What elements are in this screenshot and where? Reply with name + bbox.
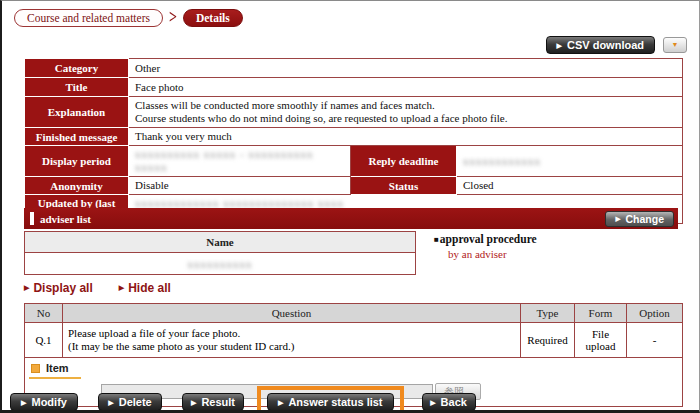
play-icon: ▶: [615, 215, 620, 223]
finished-message-label: Finished message: [25, 128, 129, 146]
explanation-line1: Classes will be conducted more smoothly …: [135, 99, 676, 112]
play-icon: ▶: [191, 399, 196, 406]
section-bar-icon: [30, 212, 34, 225]
adviser-zone: Name xxxxxxxxxx ■approval procedure by a…: [24, 231, 682, 275]
bullet-square-icon: ■: [434, 235, 439, 244]
play-icon: ▶: [430, 399, 435, 406]
csv-download-label: CSV download: [567, 39, 644, 51]
back-label: Back: [441, 396, 467, 408]
details-table: Category Other Title Face photo Explanat…: [24, 58, 683, 224]
play-icon: ▶: [557, 42, 562, 49]
table-row: Anonymity Disable Status Closed: [25, 177, 683, 195]
question-table-header-row: No Question Type Form Option: [25, 304, 683, 323]
adviser-list-header: adviser list ▶ Change: [24, 208, 678, 229]
col-header-type: Type: [521, 304, 575, 323]
result-label: Result: [201, 396, 235, 408]
hide-all-label: Hide all: [128, 281, 171, 295]
category-label: Category: [25, 59, 129, 78]
approval-by-adviser: by an adviser: [448, 248, 537, 260]
status-value: Closed: [457, 177, 683, 195]
display-all-link[interactable]: ▶ Display all: [24, 281, 93, 295]
reply-deadline-label: Reply deadline: [351, 146, 457, 177]
item-bullet-icon: [31, 364, 40, 373]
col-header-form: Form: [575, 304, 627, 323]
play-icon: ▶: [278, 399, 283, 406]
name-column-header: Name: [25, 232, 416, 253]
question-row: Q.1 Please upload a file of your face ph…: [25, 323, 683, 358]
display-period-value-redacted: xxxxxxxxxx xxxxx - xxxxxxxxxx xxxxx: [135, 148, 313, 173]
change-label: Change: [625, 213, 664, 225]
explanation-label: Explanation: [25, 97, 129, 128]
title-value: Face photo: [129, 78, 683, 97]
answer-status-list-label: Answer status list: [288, 396, 382, 408]
question-text: Please upload a file of your face photo.…: [63, 323, 521, 358]
question-option: -: [627, 323, 683, 358]
adviser-list-title: adviser list: [40, 213, 605, 225]
explanation-value: Classes will be conducted more smoothly …: [129, 97, 683, 128]
approval-procedure: ■approval procedure by an adviser: [434, 233, 537, 260]
question-no: Q.1: [25, 323, 63, 358]
delete-label: Delete: [119, 396, 152, 408]
collapse-button[interactable]: ▼: [663, 37, 687, 53]
question-form: File upload: [575, 323, 627, 358]
list-controls: ▶ Display all ▶ Hide all: [24, 281, 171, 295]
explanation-line2: Course students who do not mind doing so…: [135, 112, 676, 125]
status-label: Status: [351, 177, 457, 195]
change-button[interactable]: ▶ Change: [605, 211, 674, 227]
delete-button[interactable]: ▶ Delete: [98, 393, 162, 411]
play-icon: ▶: [119, 284, 124, 292]
footer-actions: ▶ Modify ▶ Delete ▶ Result ▶ Answer stat…: [10, 386, 476, 413]
anonymity-label: Anonymity: [25, 177, 129, 195]
table-row: Finished message Thank you very much: [25, 128, 683, 146]
play-icon: ▶: [108, 399, 113, 406]
answer-status-list-button[interactable]: ▶ Answer status list: [267, 393, 394, 411]
item-label: Item: [46, 362, 69, 374]
back-button[interactable]: ▶ Back: [422, 393, 476, 411]
anonymity-value: Disable: [129, 177, 351, 195]
table-row: Explanation Classes will be conducted mo…: [25, 97, 683, 128]
breadcrumb-separator-icon: >: [169, 8, 177, 29]
breadcrumb-item-course[interactable]: Course and related matters: [14, 9, 163, 27]
item-header: Item: [29, 361, 81, 379]
chevron-down-icon: ▼: [672, 41, 679, 49]
question-line2: (It may be the same photo as your studen…: [68, 340, 515, 353]
approval-procedure-label: approval procedure: [440, 233, 537, 245]
reply-deadline-value-redacted: xxxxxxxxxxxx: [463, 155, 541, 167]
csv-toolbar: ▶ CSV download ▼: [546, 36, 687, 54]
adviser-name-redacted: xxxxxxxxxx: [188, 258, 253, 270]
category-value: Other: [129, 59, 683, 78]
table-row: xxxxxxxxxx: [25, 253, 416, 275]
title-label: Title: [25, 78, 129, 97]
question-line1: Please upload a file of your face photo.: [68, 327, 515, 340]
approval-procedure-title: ■approval procedure: [434, 233, 537, 245]
result-button[interactable]: ▶ Result: [182, 393, 244, 411]
breadcrumb: Course and related matters > Details: [14, 9, 243, 27]
modify-button[interactable]: ▶ Modify: [10, 393, 78, 411]
col-header-option: Option: [627, 304, 683, 323]
table-row: Display period xxxxxxxxxx xxxxx - xxxxxx…: [25, 146, 683, 177]
col-header-question: Question: [63, 304, 521, 323]
adviser-name-table: Name xxxxxxxxxx: [24, 231, 416, 275]
answer-status-highlight-box: ▶ Answer status list: [257, 386, 404, 413]
play-icon: ▶: [24, 284, 29, 292]
display-all-label: Display all: [33, 281, 92, 295]
hide-all-link[interactable]: ▶ Hide all: [119, 281, 171, 295]
col-header-no: No: [25, 304, 63, 323]
breadcrumb-item-details: Details: [183, 9, 243, 27]
csv-download-button[interactable]: ▶ CSV download: [546, 36, 655, 54]
table-row: Title Face photo: [25, 78, 683, 97]
play-icon: ▶: [21, 399, 26, 406]
table-row: Category Other: [25, 59, 683, 78]
question-type: Required: [521, 323, 575, 358]
modify-label: Modify: [31, 396, 66, 408]
display-period-label: Display period: [25, 146, 129, 177]
finished-message-value: Thank you very much: [129, 128, 683, 146]
